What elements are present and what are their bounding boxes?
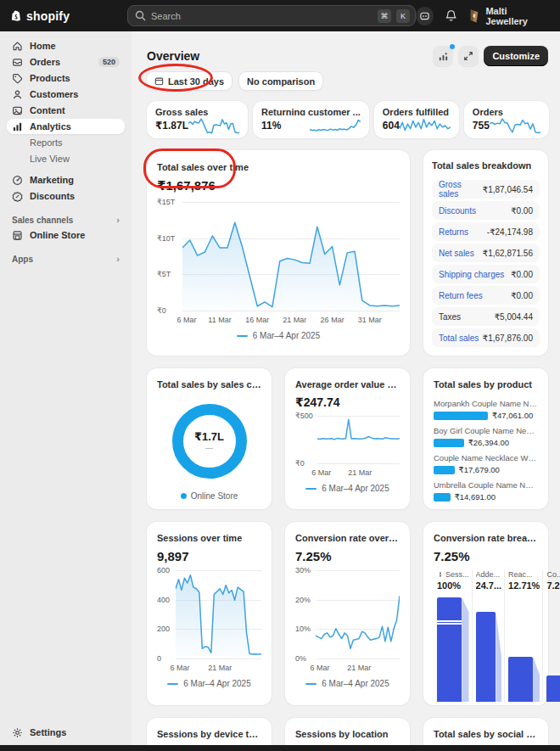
sessions-over-time-card: Sessions over time 9,897 600 400 200 0 <box>147 522 272 705</box>
shopify-logo[interactable]: shopify <box>0 9 127 23</box>
breakdown-row: Shipping charges ₹0.00 <box>432 265 540 283</box>
funnel-stage: Co...7.2... <box>542 570 560 702</box>
metric-card-gross-sales[interactable]: Gross sales ₹1.87L <box>147 101 248 138</box>
customers-icon <box>12 89 23 100</box>
sidebar-item-customers[interactable]: Customers <box>7 87 125 102</box>
sessions-by-location-card: Sessions by location India · National Ca… <box>285 718 410 745</box>
conversion-chart <box>316 570 400 659</box>
breakdown-row: Return fees ₹0.00 <box>432 286 540 305</box>
breakdown-row: Net sales ₹1,62,871.56 <box>432 244 540 262</box>
main-content: Overview Customize Last 30 days No compa… <box>132 31 560 745</box>
breakdown-metric-link[interactable]: Return fees <box>439 291 483 300</box>
sales-by-channel-card: Total sales by sales channel ₹1.7L — Onl… <box>147 368 272 509</box>
customize-button[interactable]: Customize <box>484 46 548 66</box>
calendar-icon <box>154 76 164 86</box>
date-range-button[interactable]: Last 30 days <box>147 72 232 90</box>
breakdown-metric-link[interactable]: Taxes <box>439 312 461 322</box>
breakdown-metric-link[interactable]: Total sales <box>439 333 479 343</box>
metric-card-orders[interactable]: Orders 755 <box>464 101 549 138</box>
sidebar-item-discounts[interactable]: Discounts <box>7 188 125 204</box>
aov-chart <box>317 414 400 463</box>
store-account-button[interactable]: Malti Jewellery <box>468 6 548 26</box>
chevron-right-icon: › <box>116 215 120 225</box>
topbar: shopify Search ⌘ K Malti Jewellery <box>0 0 560 31</box>
sidebar-item-analytics[interactable]: Analytics <box>7 119 125 134</box>
orders-fulfilled-sparkline <box>400 117 451 134</box>
conversion-rate-card: Conversion rate over time 7.25% 30% 20% … <box>285 522 410 705</box>
orders-icon <box>12 57 23 68</box>
breakdown-row: Taxes ₹5,004.44 <box>432 307 540 326</box>
window-frame-bottom <box>0 745 560 751</box>
breakdown-row: Total sales ₹1,67,876.00 <box>432 328 540 347</box>
product-bar <box>434 493 451 502</box>
page-title: Overview <box>147 49 199 63</box>
product-bar <box>434 466 455 474</box>
sidebar-section-apps[interactable]: Apps › <box>7 251 125 266</box>
orders-sparkline <box>490 117 540 134</box>
conversion-breakdown-card: Conversion rate breakdown 7.25% Sess...1… <box>423 522 548 705</box>
expand-arrows-icon <box>463 51 473 61</box>
insights-button[interactable] <box>433 46 453 66</box>
gross-sales-sparkline <box>188 117 239 134</box>
total-sales-breakdown-card: Total sales breakdown Gross sales ₹1,87,… <box>423 150 548 356</box>
total-sales-title[interactable]: Total sales over time <box>157 162 249 172</box>
chart-legend: 6 Mar–4 Apr 2025 <box>157 331 400 340</box>
sidebar-item-products[interactable]: Products <box>7 70 125 86</box>
returning-customer-sparkline <box>310 117 361 134</box>
y-axis-labels: ₹15T ₹10T ₹5T ₹0 <box>157 202 182 311</box>
sidekick-icon <box>419 10 430 21</box>
sidekick-button[interactable] <box>416 7 434 25</box>
store-logo <box>468 8 480 24</box>
product-bar <box>434 412 488 420</box>
sidebar-item-reports[interactable]: Reports <box>7 135 125 150</box>
breakdown-metric-link[interactable]: Returns <box>439 227 468 237</box>
channel-donut-chart: ₹1.7L — <box>172 404 247 479</box>
total-sales-value: ₹1,67,876 <box>157 178 400 193</box>
metric-card-returning-customer[interactable]: Returning customer ... 11% <box>253 101 369 138</box>
average-order-value-card: Average order value over time ₹247.74 ₹5… <box>285 368 410 509</box>
product-row: Boy Girl Couple Name Necklace - ... ₹26,… <box>434 426 538 447</box>
sidebar-item-online-store[interactable]: Online Store <box>7 227 125 243</box>
sidebar-item-live-view[interactable]: Live View <box>7 151 125 166</box>
insights-sparkle-icon <box>438 51 449 62</box>
x-axis-labels: 6 Mar 11 Mar 16 Mar 21 Mar 26 Mar 31 Mar <box>182 314 400 327</box>
orders-count-badge: 520 <box>98 57 120 67</box>
settings-gear-icon <box>12 727 23 738</box>
funnel-stage: Sess...100% <box>434 570 472 702</box>
search-input[interactable]: Search ⌘ K <box>127 5 416 26</box>
breakdown-metric-link[interactable]: Net sales <box>439 249 474 258</box>
home-icon <box>12 41 23 52</box>
sessions-chart <box>176 570 261 659</box>
total-sales-chart <box>182 202 400 311</box>
sidebar-section-sales-channels[interactable]: Sales channels › <box>7 212 125 227</box>
notifications-bell-icon[interactable] <box>445 9 456 22</box>
funnel-stage: Adde...24.7... <box>472 570 505 702</box>
online-store-icon <box>12 230 23 241</box>
breakdown-metric-link[interactable]: Gross sales <box>439 180 483 199</box>
sessions-stage-icon <box>437 571 444 578</box>
sessions-by-device-card: Sessions by device type <box>147 718 272 745</box>
sidebar-item-content[interactable]: Content <box>7 103 125 118</box>
sidebar-item-home[interactable]: Home <box>7 38 125 53</box>
sidebar-item-marketing[interactable]: Marketing <box>7 172 125 188</box>
sidebar-item-settings[interactable]: Settings <box>7 725 71 740</box>
sales-by-social-referrer-card: Total sales by social referrer instagram <box>423 718 548 745</box>
analytics-icon <box>12 121 23 132</box>
notification-dot <box>450 44 455 49</box>
product-row: Morpankh Couple Name Necklac... ₹47,061.… <box>434 399 538 420</box>
breakdown-row: Discounts ₹0.00 <box>432 201 540 220</box>
expand-button[interactable] <box>458 46 479 66</box>
breakdown-metric-link[interactable]: Discounts <box>439 206 476 216</box>
funnel-stage: Reac...12.71% <box>504 570 542 702</box>
discounts-icon <box>12 191 23 202</box>
sales-by-product-card: Total sales by product Morpankh Couple N… <box>423 368 548 509</box>
sidebar-item-orders[interactable]: Orders 520 <box>7 54 125 70</box>
cmd-key-badge: ⌘ <box>378 9 391 23</box>
comparison-button[interactable]: No comparison <box>239 72 322 90</box>
metric-card-orders-fulfilled[interactable]: Orders fulfilled 604 <box>374 101 459 138</box>
total-sales-over-time-card: Total sales over time ₹1,67,876 ₹15T ₹10… <box>147 150 410 356</box>
breakdown-row: Returns -₹24,174.98 <box>432 222 540 241</box>
breakdown-metric-link[interactable]: Shipping charges <box>439 270 504 279</box>
search-icon <box>135 10 146 21</box>
sidebar: Home Orders 520 Products Customers Conte… <box>0 31 132 745</box>
